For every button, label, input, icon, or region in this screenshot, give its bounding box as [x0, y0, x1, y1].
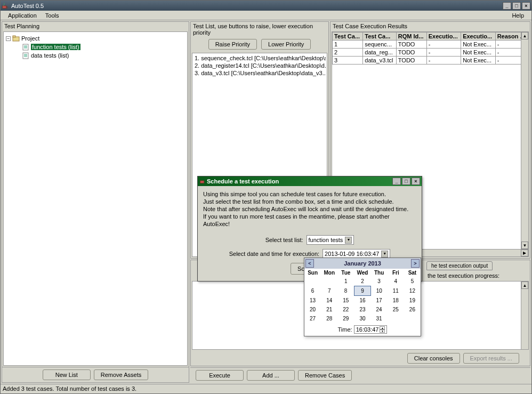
next-month-button[interactable]: >: [411, 259, 420, 268]
table-row[interactable]: 3data_v3.tclTODO-Not Exec...-: [333, 57, 528, 65]
day-cell[interactable]: 14: [321, 296, 337, 305]
col-header[interactable]: Test Ca...: [363, 33, 397, 41]
dialog-text: If you want to run more test cases in th…: [203, 213, 416, 228]
dialog-titlebar[interactable]: Schedule a test execution _ □ ×: [198, 176, 422, 186]
dialog-minimize-button[interactable]: _: [392, 178, 401, 185]
day-cell[interactable]: 24: [371, 305, 388, 314]
day-cell[interactable]: 20: [304, 305, 321, 314]
titlebar[interactable]: AutoTest 0.5 _ □ ×: [1, 1, 531, 11]
close-button[interactable]: ×: [522, 2, 530, 10]
day-cell[interactable]: 6: [304, 286, 321, 296]
day-cell[interactable]: 3: [371, 277, 388, 286]
day-cell[interactable]: 28: [321, 314, 337, 323]
export-results-button[interactable]: Export results ...: [463, 353, 519, 364]
day-cell[interactable]: 2: [354, 277, 370, 286]
day-cell[interactable]: 11: [388, 286, 404, 296]
col-header[interactable]: Executio...: [426, 33, 461, 41]
dialog-close-button[interactable]: ×: [412, 178, 420, 185]
lower-priority-button[interactable]: Lower Priority: [261, 39, 311, 50]
list-icon: [22, 52, 29, 59]
list-item[interactable]: 2. data_register14.tcl [C:\Users\eathkar…: [194, 62, 326, 69]
tab-execution-output[interactable]: he test execution output: [426, 261, 493, 270]
vertical-scrollbar[interactable]: ▲: [521, 282, 528, 349]
chevron-down-icon[interactable]: ▼: [381, 251, 388, 258]
day-cell[interactable]: 17: [371, 296, 388, 305]
new-list-button[interactable]: New List: [43, 369, 91, 380]
table-row[interactable]: 2data_reg...TODO-Not Exec...-: [333, 49, 528, 57]
results-title: Test Case Execution Results: [331, 22, 530, 30]
results-table[interactable]: Test Ca... Test Ca... RQM Id... Executio…: [332, 32, 528, 65]
day-cell[interactable]: 29: [337, 314, 354, 323]
day-cell[interactable]: 26: [404, 305, 421, 314]
test-list-combo[interactable]: function tests ▼: [307, 235, 354, 245]
day-cell[interactable]: 7: [321, 286, 337, 296]
day-cell[interactable]: 10: [371, 286, 388, 296]
vertical-scrollbar[interactable]: ▲ ▼: [521, 32, 528, 256]
dialog-maximize-button[interactable]: □: [402, 178, 410, 185]
day-cell[interactable]: 13: [304, 296, 321, 305]
menu-help[interactable]: Help: [507, 11, 528, 20]
col-header[interactable]: RQM Id...: [396, 33, 426, 41]
scroll-down-icon[interactable]: ▼: [521, 242, 528, 249]
folder-icon: [12, 35, 20, 42]
scroll-up-icon[interactable]: ▲: [521, 32, 528, 39]
prev-month-button[interactable]: <: [305, 259, 314, 268]
combo-value: 2013-01-09 16:03:47: [325, 250, 379, 258]
svg-rect-0: [3, 6, 6, 8]
scroll-right-icon[interactable]: ▶: [521, 250, 528, 256]
test-list-title: Test List, use buttons to raise, lower e…: [191, 22, 328, 37]
col-header[interactable]: Test Ca...: [333, 33, 363, 41]
col-header[interactable]: Executio...: [461, 33, 495, 41]
day-cell[interactable]: [304, 277, 321, 286]
day-cell[interactable]: 31: [371, 314, 388, 323]
progress-label: the test execution progress:: [425, 271, 530, 280]
dialog-title: Schedule a test execution: [207, 178, 279, 184]
day-cell-selected[interactable]: 9: [354, 286, 370, 296]
collapse-icon[interactable]: −: [6, 36, 11, 41]
day-cell[interactable]: 16: [354, 296, 370, 305]
raise-priority-button[interactable]: Raise Priority: [208, 39, 257, 50]
list-item[interactable]: 1. sequence_check.tcl [C:\Users\eathkar\…: [194, 54, 326, 62]
project-tree[interactable]: − Project function tests (list) data tes…: [3, 31, 188, 366]
remove-cases-button[interactable]: Remove Cases: [298, 370, 352, 381]
day-cell[interactable]: 22: [337, 305, 354, 314]
day-cell[interactable]: 4: [388, 277, 404, 286]
tree-item-data-tests[interactable]: data tests (list): [6, 51, 185, 60]
day-cell[interactable]: 1: [337, 277, 354, 286]
day-cell[interactable]: 19: [404, 296, 421, 305]
minimize-button[interactable]: _: [503, 2, 511, 10]
maximize-button[interactable]: □: [512, 2, 521, 10]
day-cell[interactable]: 15: [337, 296, 354, 305]
list-item[interactable]: 3. data_v3.tcl [C:\Users\eathkar\Desktop…: [194, 69, 326, 77]
execute-button[interactable]: Execute: [196, 370, 244, 381]
chevron-down-icon[interactable]: ▼: [345, 237, 352, 244]
day-cell[interactable]: 25: [388, 305, 404, 314]
spin-down-icon[interactable]: ▼: [380, 329, 385, 333]
day-cell[interactable]: 23: [354, 305, 370, 314]
day-cell[interactable]: [321, 277, 337, 286]
day-cell[interactable]: 30: [354, 314, 370, 323]
day-cell[interactable]: 5: [404, 277, 421, 286]
day-cell[interactable]: 12: [404, 286, 421, 296]
tree-root[interactable]: − Project: [6, 34, 185, 43]
table-row[interactable]: 1sequenc...TODO-Not Exec...-: [333, 41, 528, 49]
day-cell[interactable]: 27: [304, 314, 321, 323]
day-cell[interactable]: [404, 314, 421, 323]
test-planning-panel: Test Planning − Project function tests (…: [2, 21, 189, 383]
add-button[interactable]: Add ...: [247, 370, 295, 381]
time-spinner[interactable]: 16:03:47 ▲ ▼: [354, 325, 388, 334]
test-planning-title: Test Planning: [2, 22, 189, 30]
day-cell[interactable]: 8: [337, 286, 354, 296]
day-cell[interactable]: 21: [321, 305, 337, 314]
calendar-title: January 2013: [344, 260, 381, 267]
day-cell[interactable]: [388, 314, 404, 323]
menu-tools[interactable]: Tools: [41, 11, 63, 20]
remove-assets-button[interactable]: Remove Assets: [94, 369, 148, 380]
clear-consoles-button[interactable]: Clear consoles: [407, 353, 460, 364]
day-cell[interactable]: 18: [388, 296, 404, 305]
menu-application[interactable]: Application: [4, 11, 41, 20]
scroll-up-icon[interactable]: ▲: [521, 282, 528, 289]
tree-item-function-tests[interactable]: function tests (list): [6, 43, 185, 51]
time-value: 16:03:47: [356, 326, 379, 333]
select-list-label: Select test list:: [265, 236, 303, 244]
